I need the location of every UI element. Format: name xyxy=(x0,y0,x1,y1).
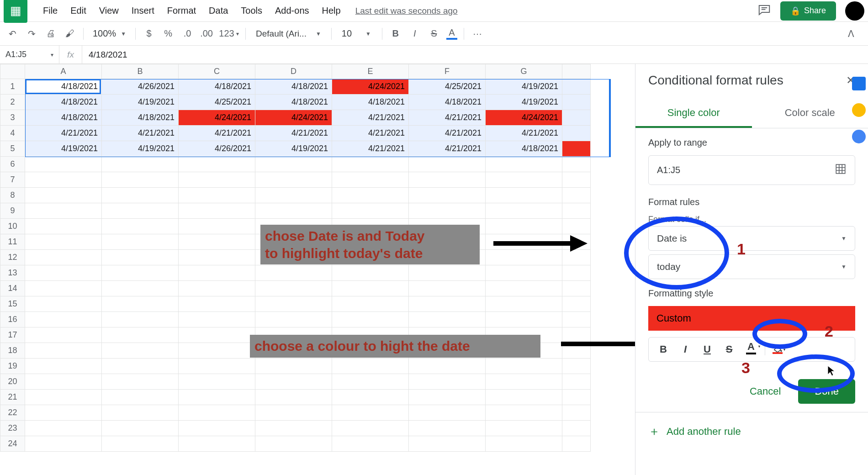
menu-file[interactable]: File xyxy=(37,3,64,19)
column-header[interactable]: G xyxy=(486,64,562,79)
cell[interactable] xyxy=(179,405,255,421)
cell[interactable] xyxy=(332,405,409,421)
row-header[interactable]: 9 xyxy=(0,203,25,219)
style-bold-button[interactable]: B xyxy=(652,340,674,359)
cell[interactable]: 4/24/2021 xyxy=(255,110,332,126)
cell[interactable] xyxy=(562,110,591,126)
row-header[interactable]: 2 xyxy=(0,95,25,110)
format-currency-button[interactable]: $ xyxy=(140,25,158,42)
row-header[interactable]: 6 xyxy=(0,157,25,172)
cell[interactable] xyxy=(255,281,332,296)
cell[interactable] xyxy=(255,374,332,390)
column-header[interactable] xyxy=(562,64,591,79)
menu-edit[interactable]: Edit xyxy=(64,3,92,19)
cell[interactable] xyxy=(179,265,255,281)
cell[interactable] xyxy=(255,296,332,312)
cell[interactable]: 4/18/2021 xyxy=(255,95,332,110)
cell[interactable]: 4/18/2021 xyxy=(25,79,102,95)
column-header[interactable]: E xyxy=(332,64,409,79)
cell[interactable] xyxy=(179,390,255,405)
row-header[interactable]: 18 xyxy=(0,343,25,359)
select-all-cell[interactable] xyxy=(0,64,25,79)
cell[interactable] xyxy=(409,296,486,312)
cell[interactable] xyxy=(332,265,409,281)
cell[interactable] xyxy=(255,359,332,374)
cell[interactable] xyxy=(332,374,409,390)
cell[interactable] xyxy=(486,421,562,436)
cell[interactable] xyxy=(562,157,591,172)
cell[interactable] xyxy=(102,250,179,265)
cell[interactable] xyxy=(409,421,486,436)
cell[interactable] xyxy=(562,188,591,203)
cell[interactable] xyxy=(332,188,409,203)
menu-help[interactable]: Help xyxy=(316,3,347,19)
cell[interactable] xyxy=(102,343,179,359)
cell[interactable] xyxy=(25,250,102,265)
cell[interactable]: 4/21/2021 xyxy=(332,110,409,126)
cell[interactable] xyxy=(25,203,102,219)
cell[interactable] xyxy=(102,421,179,436)
row-header[interactable]: 11 xyxy=(0,234,25,250)
cell[interactable] xyxy=(102,265,179,281)
account-avatar[interactable] xyxy=(845,1,864,21)
cell[interactable] xyxy=(409,405,486,421)
row-header[interactable]: 1 xyxy=(0,79,25,95)
cell[interactable] xyxy=(25,359,102,374)
cell[interactable] xyxy=(25,265,102,281)
text-color-button[interactable]: A xyxy=(445,25,459,42)
cell[interactable] xyxy=(25,172,102,188)
style-italic-button[interactable]: I xyxy=(674,340,696,359)
cell[interactable] xyxy=(25,157,102,172)
cell[interactable] xyxy=(102,359,179,374)
bold-button[interactable]: B xyxy=(387,25,404,42)
cell[interactable] xyxy=(179,436,255,452)
cell[interactable] xyxy=(179,359,255,374)
cell[interactable] xyxy=(102,203,179,219)
cell[interactable] xyxy=(486,157,562,172)
cell[interactable] xyxy=(102,281,179,296)
cell[interactable] xyxy=(486,390,562,405)
format-percent-button[interactable]: % xyxy=(159,25,177,42)
cell[interactable] xyxy=(562,296,591,312)
cell[interactable] xyxy=(332,172,409,188)
cell[interactable]: 4/25/2021 xyxy=(409,79,486,95)
cell[interactable] xyxy=(562,374,591,390)
cell[interactable]: 4/21/2021 xyxy=(409,126,486,141)
menu-insert[interactable]: Insert xyxy=(125,3,161,19)
increase-decimal-button[interactable]: .00 xyxy=(198,25,215,42)
menu-format[interactable]: Format xyxy=(161,3,202,19)
cell[interactable] xyxy=(562,265,591,281)
cell[interactable] xyxy=(179,374,255,390)
cell[interactable] xyxy=(255,172,332,188)
cell[interactable] xyxy=(409,188,486,203)
cell[interactable]: 4/18/2021 xyxy=(332,95,409,110)
cell[interactable] xyxy=(486,359,562,374)
cell[interactable] xyxy=(332,203,409,219)
strikethrough-button[interactable]: S xyxy=(425,25,443,42)
cell[interactable] xyxy=(25,281,102,296)
cell[interactable] xyxy=(562,281,591,296)
cell[interactable]: 4/21/2021 xyxy=(409,141,486,157)
cell[interactable] xyxy=(102,188,179,203)
cell[interactable] xyxy=(102,390,179,405)
cell[interactable] xyxy=(562,359,591,374)
cell[interactable]: 4/18/2021 xyxy=(255,79,332,95)
cell[interactable] xyxy=(486,250,562,265)
decrease-decimal-button[interactable]: .0 xyxy=(179,25,196,42)
row-header[interactable]: 10 xyxy=(0,219,25,234)
cell[interactable] xyxy=(562,250,591,265)
cell[interactable]: 4/18/2021 xyxy=(179,79,255,95)
cell[interactable] xyxy=(25,436,102,452)
cell[interactable] xyxy=(102,436,179,452)
cell[interactable] xyxy=(409,203,486,219)
cell[interactable] xyxy=(25,421,102,436)
menu-view[interactable]: View xyxy=(93,3,125,19)
cell[interactable]: 4/24/2021 xyxy=(179,110,255,126)
cell[interactable] xyxy=(102,219,179,234)
cell[interactable] xyxy=(25,219,102,234)
cell[interactable] xyxy=(409,436,486,452)
cell[interactable] xyxy=(332,421,409,436)
column-header[interactable]: A xyxy=(25,64,102,79)
keep-addon-icon[interactable] xyxy=(852,103,866,117)
name-box[interactable]: A1:J5 ▾ xyxy=(0,46,59,63)
